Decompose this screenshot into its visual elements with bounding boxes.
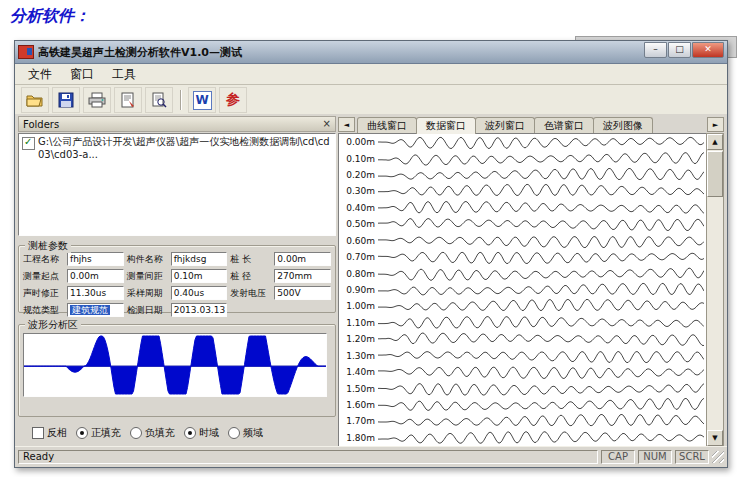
statusbar: Ready CAP NUM SCRL — [15, 446, 727, 467]
menubar: 文件 窗口 工具 — [15, 64, 727, 85]
wave-row[interactable]: 0.30m — [339, 183, 707, 199]
param-field: 测量起点0.00m — [23, 269, 124, 283]
depth-label: 1.60m — [339, 400, 378, 410]
param-value[interactable]: 270mm — [274, 269, 331, 283]
word-export-button[interactable]: W — [188, 87, 216, 113]
param-value[interactable]: 500V — [274, 286, 331, 300]
status-cap: CAP — [601, 450, 635, 464]
page-setup-button[interactable] — [114, 87, 142, 113]
maximize-button[interactable]: □ — [668, 42, 691, 58]
wave-row[interactable]: 1.70m — [339, 413, 707, 429]
checkbox-icon — [32, 427, 44, 439]
wave-row[interactable]: 1.20m — [339, 331, 707, 347]
param-value[interactable]: 0.10m — [171, 269, 228, 283]
wave-row[interactable]: 0.50m — [339, 216, 707, 232]
param-value[interactable]: 0.40us — [171, 286, 228, 300]
status-num: NUM — [638, 450, 672, 464]
menu-tools[interactable]: 工具 — [103, 64, 145, 85]
scrollbar-track[interactable] — [707, 198, 723, 430]
wave-row[interactable]: 0.90m — [339, 282, 707, 298]
tab-scroll-left-icon[interactable]: ◄ — [338, 117, 355, 132]
fill-positive-radio[interactable]: 正填充 — [76, 426, 121, 440]
waveform-trace — [378, 216, 704, 232]
wave-row[interactable]: 0.10m — [339, 150, 707, 166]
wave-row[interactable]: 0.00m — [339, 134, 707, 150]
wave-row[interactable]: 1.40m — [339, 364, 707, 380]
param-field: 发射电压500V — [230, 286, 331, 300]
save-button[interactable] — [52, 87, 80, 113]
titlebar[interactable]: 高铁建昊超声土检测分析软件V1.0—测试 – □ ✕ — [15, 41, 727, 64]
toolbar: W 参 — [15, 85, 727, 116]
wave-row[interactable]: 0.60m — [339, 233, 707, 249]
waveform-trace — [378, 249, 704, 265]
vertical-scrollbar[interactable]: ▲ ▼ — [706, 133, 724, 447]
folders-close-icon[interactable]: × — [323, 119, 331, 129]
param-value[interactable]: 建筑规范 — [67, 303, 124, 317]
waveform-analysis-title: 波形分析区 — [25, 318, 81, 332]
param-value[interactable]: fhjhs — [67, 252, 124, 266]
domain-frequency-radio[interactable]: 频域 — [228, 426, 263, 440]
page-setup-icon — [120, 92, 136, 108]
wave-row[interactable]: 1.10m — [339, 315, 707, 331]
parameters-button[interactable]: 参 — [219, 87, 247, 113]
waveform-analysis-plot — [23, 333, 327, 397]
wave-row[interactable]: 0.20m — [339, 167, 707, 183]
radio-icon — [130, 427, 142, 439]
param-value[interactable]: fhjkdsg — [171, 252, 228, 266]
wave-row[interactable]: 1.30m — [339, 347, 707, 363]
radio-selected-icon — [76, 427, 88, 439]
wave-row[interactable]: 0.70m — [339, 249, 707, 265]
folder-item[interactable]: G:\公司产品设计开发\超声仪器\超声一仪实地检测数据调制\cd\cd03\cd… — [22, 136, 332, 161]
waveform-trace — [378, 266, 704, 282]
param-field: 检测日期2013.03.13 — [127, 303, 228, 317]
invert-checkbox[interactable]: 反相 — [32, 426, 67, 440]
left-pane: Folders × G:\公司产品设计开发\超声仪器\超声一仪实地检测数据调制\… — [18, 116, 336, 447]
tab-色谱窗口[interactable]: 色谱窗口 — [534, 117, 594, 133]
depth-label: 1.00m — [339, 301, 378, 311]
status-ready: Ready — [18, 450, 598, 464]
print-preview-button[interactable] — [145, 87, 173, 113]
wave-row[interactable]: 1.80m — [339, 430, 707, 446]
param-value[interactable]: 0.00m — [67, 269, 124, 283]
resize-grip[interactable] — [712, 451, 724, 463]
scroll-up-icon[interactable]: ▲ — [707, 134, 723, 150]
print-button[interactable] — [83, 87, 111, 113]
tab-波列图像[interactable]: 波列图像 — [593, 117, 653, 133]
toolbar-separator — [180, 90, 181, 110]
close-button[interactable]: ✕ — [692, 42, 724, 58]
fill-negative-radio[interactable]: 负填充 — [130, 426, 175, 440]
param-value[interactable]: 0.00m — [274, 252, 331, 266]
tab-波列窗口[interactable]: 波列窗口 — [475, 117, 535, 133]
wave-row[interactable]: 1.60m — [339, 397, 707, 413]
param-value[interactable]: 11.30us — [67, 286, 124, 300]
wave-row[interactable]: 1.50m — [339, 380, 707, 396]
scrollbar-thumb[interactable] — [707, 151, 723, 197]
tab-scroll-right-icon[interactable]: ► — [707, 117, 724, 132]
open-folder-button[interactable] — [21, 87, 49, 113]
tab-曲线窗口[interactable]: 曲线窗口 — [357, 117, 417, 133]
minimize-button[interactable]: – — [644, 42, 667, 58]
window-controls: – □ ✕ — [644, 42, 724, 58]
param-field: 声时修正11.30us — [23, 286, 124, 300]
wave-row[interactable]: 0.80m — [339, 265, 707, 281]
depth-label: 1.10m — [339, 318, 378, 328]
depth-label: 0.30m — [339, 186, 378, 196]
depth-label: 0.40m — [339, 203, 378, 213]
depth-label: 0.70m — [339, 252, 378, 262]
menu-file[interactable]: 文件 — [19, 64, 61, 85]
right-pane: ◄ 曲线窗口数据窗口波列窗口色谱窗口波列图像 ► 0.00m0.10m0.20m… — [338, 116, 724, 447]
folder-checkbox[interactable] — [22, 137, 35, 150]
scroll-down-icon[interactable]: ▼ — [707, 430, 723, 446]
depth-label: 0.50m — [339, 219, 378, 229]
tab-数据窗口[interactable]: 数据窗口 — [416, 117, 476, 134]
waveform-trace — [378, 397, 704, 413]
wave-row[interactable]: 0.40m — [339, 200, 707, 216]
depth-label: 1.30m — [339, 351, 378, 361]
main-content: Folders × G:\公司产品设计开发\超声仪器\超声一仪实地检测数据调制\… — [15, 114, 727, 449]
parameters-icon: 参 — [226, 91, 240, 109]
wave-row[interactable]: 1.00m — [339, 298, 707, 314]
depth-label: 1.40m — [339, 367, 378, 377]
param-value[interactable]: 2013.03.13 — [171, 303, 228, 317]
domain-time-radio[interactable]: 时域 — [184, 426, 219, 440]
menu-window[interactable]: 窗口 — [61, 64, 103, 85]
